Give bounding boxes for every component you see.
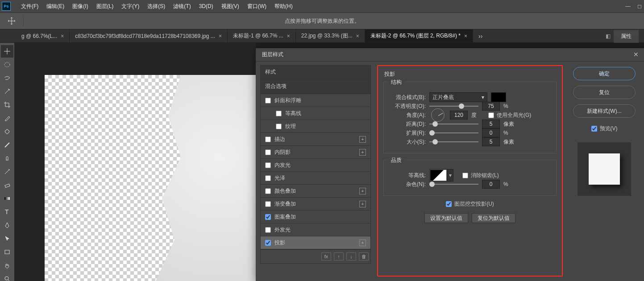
path-select-tool[interactable] <box>1 232 13 245</box>
pen-tool[interactable] <box>1 219 13 231</box>
fx-icon[interactable]: fx <box>321 252 331 260</box>
add-effect-icon[interactable]: + <box>359 201 366 207</box>
styles-header[interactable]: 样式 <box>261 66 370 79</box>
add-effect-icon[interactable]: + <box>359 240 366 246</box>
doc-tab-3[interactable]: 22.jpg @ 33.3% (图...× <box>296 29 365 42</box>
add-effect-icon[interactable]: + <box>359 188 366 194</box>
stamp-tool[interactable] <box>1 152 13 165</box>
distance-input[interactable] <box>482 120 500 128</box>
close-icon[interactable]: × <box>219 33 222 39</box>
preview-check[interactable]: 预览(V) <box>591 125 618 132</box>
contour-picker[interactable]: ▾ <box>429 169 453 182</box>
menu-layer[interactable]: 图层(L) <box>92 1 118 12</box>
doc-tab-2[interactable]: 未标题-1 @ 66.7% ...× <box>228 29 296 42</box>
maximize-icon[interactable]: ◻ <box>637 4 642 9</box>
distance-slider[interactable] <box>429 120 478 128</box>
global-light-check[interactable]: 使用全局光(G) <box>488 112 531 119</box>
panel-collapse-icon[interactable]: ◧ <box>602 33 614 39</box>
size-slider[interactable] <box>429 138 478 146</box>
style-row-outerGlow[interactable]: 外发光 <box>261 223 370 236</box>
doc-tab-4[interactable]: 未标题-2 @ 66.7% (图层 2, RGB/8#) *× <box>365 29 473 42</box>
ok-button[interactable]: 确定 <box>573 67 636 80</box>
style-checkbox[interactable] <box>265 162 271 168</box>
noise-input[interactable] <box>482 180 500 189</box>
menu-select[interactable]: 选择(S) <box>143 1 169 12</box>
more-tabs-button[interactable]: ›› <box>473 29 488 42</box>
spread-slider[interactable] <box>429 129 478 137</box>
menu-type[interactable]: 文字(Y) <box>117 1 143 12</box>
add-effect-icon[interactable]: + <box>359 149 366 156</box>
style-row-contour[interactable]: 等高线 <box>261 107 370 120</box>
style-checkbox[interactable] <box>265 201 271 207</box>
style-checkbox[interactable] <box>276 124 282 129</box>
arrow-down-icon[interactable]: ↓ <box>346 252 356 260</box>
style-row-dropShadow[interactable]: 投影+ <box>261 236 370 249</box>
menu-edit[interactable]: 编辑(E) <box>42 1 68 12</box>
lasso-tool[interactable] <box>1 72 13 84</box>
opacity-input[interactable] <box>482 102 500 111</box>
style-checkbox[interactable] <box>265 175 271 181</box>
reset-default-button[interactable]: 复位为默认值 <box>472 213 515 223</box>
eraser-tool[interactable] <box>1 179 13 191</box>
style-row-bevel[interactable]: 斜面和浮雕 <box>261 94 370 107</box>
minimize-icon[interactable]: — <box>625 4 631 9</box>
type-tool[interactable]: T <box>1 206 13 218</box>
anti-alias-check[interactable]: 消除锯齿(L) <box>462 172 499 179</box>
style-row-texture[interactable]: 纹理 <box>261 120 370 133</box>
trash-icon[interactable]: 🗑 <box>359 252 369 260</box>
wand-tool[interactable] <box>1 85 13 98</box>
blend-mode-dropdown[interactable]: 正片叠底▾ <box>429 92 487 102</box>
document-canvas[interactable] <box>45 75 256 281</box>
doc-tab-0[interactable]: g @ 66.7%(L...× <box>16 29 70 42</box>
style-checkbox[interactable] <box>265 240 271 246</box>
spread-input[interactable] <box>482 128 500 137</box>
zoom-tool[interactable] <box>1 273 13 281</box>
style-row-gradOverlay[interactable]: 渐变叠加+ <box>261 198 370 211</box>
marquee-tool[interactable] <box>1 58 13 71</box>
menu-view[interactable]: 视图(V) <box>217 1 243 12</box>
history-brush-tool[interactable] <box>1 165 13 178</box>
brush-tool[interactable] <box>1 139 13 151</box>
menu-image[interactable]: 图像(I) <box>68 1 92 12</box>
menu-file[interactable]: 文件(F) <box>17 1 42 12</box>
style-checkbox[interactable] <box>265 214 271 220</box>
menu-filter[interactable]: 滤镜(T) <box>169 1 195 12</box>
new-style-button[interactable]: 新建样式(W)... <box>573 104 636 118</box>
gradient-tool[interactable] <box>1 192 13 205</box>
style-row-colorOverlay[interactable]: 颜色叠加+ <box>261 185 370 198</box>
move-tool[interactable] <box>1 45 13 58</box>
menu-help[interactable]: 帮助(H) <box>270 1 297 12</box>
style-row-innerGlow[interactable]: 内发光 <box>261 159 370 172</box>
style-checkbox[interactable] <box>265 149 271 155</box>
style-checkbox[interactable] <box>265 227 271 233</box>
style-checkbox[interactable] <box>265 136 271 142</box>
arrow-up-icon[interactable]: ↑ <box>334 252 344 260</box>
shadow-color-swatch[interactable] <box>491 92 506 102</box>
style-row-satin[interactable]: 光泽 <box>261 172 370 185</box>
heal-tool[interactable] <box>1 125 13 138</box>
crop-tool[interactable] <box>1 99 13 111</box>
menu-window[interactable]: 窗口(W) <box>243 1 270 12</box>
noise-slider[interactable] <box>429 180 478 188</box>
add-effect-icon[interactable]: + <box>359 136 366 143</box>
close-icon[interactable]: × <box>287 33 290 39</box>
style-row-innerShadow[interactable]: 内阴影+ <box>261 146 370 159</box>
reset-button[interactable]: 复位 <box>573 86 636 99</box>
close-icon[interactable]: × <box>61 33 64 39</box>
blending-options[interactable]: 混合选项 <box>261 79 370 94</box>
close-icon[interactable]: × <box>356 33 359 39</box>
set-default-button[interactable]: 设置为默认值 <box>424 213 468 223</box>
eyedropper-tool[interactable] <box>1 112 13 124</box>
size-input[interactable] <box>482 137 500 146</box>
style-row-stroke[interactable]: 描边+ <box>261 133 370 146</box>
angle-input[interactable] <box>450 111 468 120</box>
style-checkbox[interactable] <box>265 188 271 194</box>
hand-tool[interactable] <box>1 259 13 272</box>
doc-tab-1[interactable]: c83d70cf3bc79f3df8dcd77818e9da11728b4710… <box>70 29 228 42</box>
properties-tab[interactable]: 属性 <box>614 30 639 43</box>
knockout-check[interactable]: 图层挖空投影(U) <box>446 200 494 208</box>
style-row-patOverlay[interactable]: 图案叠加 <box>261 211 370 223</box>
style-checkbox[interactable] <box>265 98 271 103</box>
move-tool-icon[interactable] <box>5 15 18 27</box>
close-icon[interactable]: × <box>464 33 467 39</box>
